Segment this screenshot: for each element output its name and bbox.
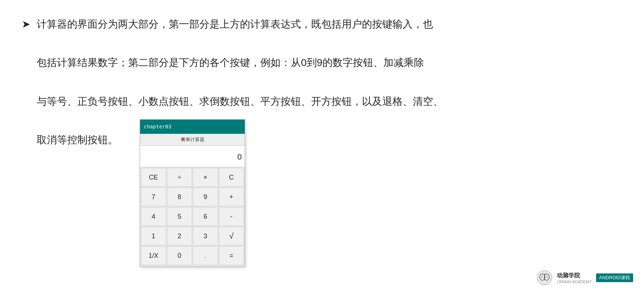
btn-plus[interactable]: +	[219, 187, 244, 206]
list-arrow: ➤	[22, 15, 30, 34]
logo-sub-text: | BRAIN ACADEMY	[557, 280, 592, 284]
desc-line4: 取消等控制按钮。	[37, 130, 118, 149]
btn-2[interactable]: 2	[167, 227, 192, 245]
btn-CE[interactable]: CE	[141, 168, 166, 187]
calc-buttons: CE ÷ × C 7 8 9 +	[140, 167, 245, 267]
calc-titlebar: chapter03	[140, 120, 245, 134]
bottom-logo: 动脑学院 | BRAIN ACADEMY ANDROID课程	[537, 270, 633, 286]
btn-sqrt[interactable]: √	[219, 227, 244, 245]
btn-divide[interactable]: ÷	[167, 168, 192, 187]
btn-dot[interactable]: .	[193, 246, 218, 265]
description-block: 计算器的界面分为两大部分，第一部分是上方的计算表达式，既包括用户的按键输入，也 …	[37, 15, 486, 267]
btn-reciprocal[interactable]: 1/X	[141, 246, 166, 265]
btn-6[interactable]: 6	[193, 207, 218, 226]
calc-row-1: CE ÷ × C	[141, 168, 244, 187]
calculator-mockup: chapter03 + 简单计算器 0 CE ÷	[140, 119, 245, 267]
logo-brand-text: 动脑学院	[557, 272, 580, 280]
brain-icon	[537, 270, 553, 286]
red-cross-icon: +	[182, 135, 184, 144]
android-badge: ANDROID课程	[596, 273, 633, 282]
calc-display-value: 0	[237, 152, 242, 161]
btn-5[interactable]: 5	[167, 207, 192, 226]
btn-minus[interactable]: -	[219, 207, 244, 226]
desc-line1: 计算器的界面分为两大部分，第一部分是上方的计算表达式，既包括用户的按键输入，也	[37, 18, 433, 30]
btn-4[interactable]: 4	[141, 207, 166, 226]
btn-7[interactable]: 7	[141, 187, 166, 206]
logo-text: 动脑学院 | BRAIN ACADEMY	[557, 272, 592, 284]
btn-0[interactable]: 0	[167, 246, 192, 265]
calc-window: chapter03 + 简单计算器 0 CE ÷	[140, 119, 245, 267]
calc-row-3: 4 5 6 -	[141, 207, 244, 226]
calc-appbar: + 简单计算器	[140, 134, 245, 146]
calc-row-5: 1/X 0 . =	[141, 246, 244, 265]
btn-3[interactable]: 3	[193, 227, 218, 245]
calc-row-4: 1 2 3 √	[141, 227, 244, 245]
calc-row-2: 7 8 9 +	[141, 187, 244, 206]
btn-8[interactable]: 8	[167, 187, 192, 206]
calc-display: 0	[140, 146, 245, 167]
desc-line2: 包括计算结果数字；第二部分是下方的各个按键，例如：从0到9的数字按钮、加减乘除	[37, 57, 424, 68]
btn-9[interactable]: 9	[193, 187, 218, 206]
desc-line3: 与等号、正负号按钮、小数点按钮、求倒数按钮、平方按钮、开方按钮，以及退格、清空、	[37, 96, 443, 107]
btn-equals[interactable]: =	[219, 246, 244, 265]
btn-clear[interactable]: C	[219, 168, 244, 187]
btn-1[interactable]: 1	[141, 227, 166, 245]
btn-multiply[interactable]: ×	[193, 168, 218, 187]
